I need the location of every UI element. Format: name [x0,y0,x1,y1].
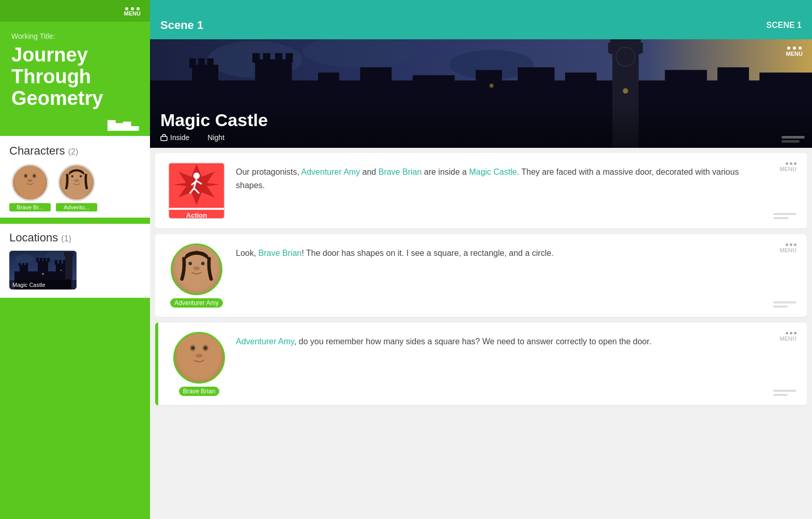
svg-point-84 [196,354,202,358]
svg-point-5 [24,175,27,177]
scene-item-1: Action Our protagonists, Adventurer Amy … [155,153,807,229]
svg-rect-56 [413,75,455,101]
svg-rect-55 [360,67,392,101]
scene-content[interactable]: MENU Magic Castle Inside Night [150,39,812,519]
svg-point-11 [71,175,73,178]
svg-point-16 [16,254,34,263]
svg-rect-22 [26,263,28,266]
scene-header: Scene 1 SCENE 1 [150,11,812,39]
svg-point-76 [201,262,205,265]
green-bar [155,323,158,405]
banner-menu-button[interactable]: MENU [786,47,803,57]
character-item-brian[interactable]: Brave Br... [9,164,51,211]
svg-rect-43 [198,58,204,68]
svg-rect-19 [20,265,28,276]
item-2-menu-label: MENU [780,247,796,253]
svg-rect-58 [518,67,554,101]
svg-rect-26 [43,258,46,262]
avatar-brian [11,164,49,201]
svg-rect-32 [65,253,72,279]
scene-title: Scene 1 [160,19,203,32]
svg-rect-44 [207,58,214,68]
scene-item-2-left: Adventurer Amy [166,243,228,308]
scene-item-2-menu[interactable]: MENU [773,243,796,308]
avatar-brian-scene [173,332,225,384]
scroll-line-5 [773,390,796,392]
svg-rect-47 [263,53,270,63]
scroll-line-4 [773,306,788,308]
svg-rect-25 [40,258,42,262]
sidebar: MENU Working Title: JourneyThroughGeomet… [0,0,150,519]
text-adventurer-amy-1: Adventurer Amy [301,167,360,176]
main-area: Scene 1 SCENE 1 [150,0,812,519]
scene-item-2: Adventurer Amy Look, Brave Brian! The do… [155,234,807,317]
svg-point-79 [187,339,210,362]
location-tag-night: Night [198,133,224,142]
svg-rect-27 [47,258,50,262]
text-magic-castle-1: Magic Castle [469,167,517,176]
location-banner-title: Magic Castle [160,110,802,130]
svg-point-7 [27,179,32,182]
location-banner: MENU Magic Castle Inside Night [150,39,812,148]
scene-item-1-menu[interactable]: MENU [773,162,796,219]
svg-point-34 [42,273,44,275]
scene-item-1-left: Action [166,162,228,219]
svg-rect-54 [318,72,339,101]
locations-section: Locations (1) [0,224,150,298]
svg-rect-41 [192,65,218,96]
character-name-brian: Brave Br... [9,203,51,211]
svg-rect-48 [275,53,282,63]
location-item-castle[interactable]: Magic Castle [9,251,77,289]
chart-icon: ▇▅▆▃ [0,118,150,136]
svg-rect-49 [285,53,293,63]
svg-point-13 [74,179,79,182]
sidebar-header: MENU [0,0,150,22]
svg-point-14 [67,188,86,201]
sidebar-title-area: Working Title: JourneyThroughGeometry [0,22,150,118]
characters-title: Characters (2) [9,144,141,158]
top-bar [150,0,812,11]
text-brave-brian-1: Brave Brian [379,167,422,176]
text-brave-brian-2: Brave Brian [259,249,302,257]
svg-rect-29 [55,260,57,265]
locations-title: Locations (1) [9,231,141,245]
svg-marker-66 [173,164,220,205]
action-label: Action [169,210,224,220]
svg-point-67 [193,173,200,179]
svg-point-53 [616,48,635,67]
svg-rect-33 [64,252,73,256]
svg-point-6 [33,175,36,177]
sidebar-menu-label: MENU [124,10,141,17]
characters-section: Characters (2) [0,136,150,218]
character-name-amy-scene: Adventurer Amy [170,298,222,308]
scroll-line-3 [773,301,796,303]
svg-point-35 [61,270,62,271]
svg-rect-57 [476,70,502,101]
character-name-brian-scene: Brave Brian [179,387,220,396]
location-banner-overlay: Magic Castle Inside Night [150,102,812,148]
location-banner-tags: Inside Night [160,133,802,142]
svg-point-75 [188,262,192,265]
svg-rect-60 [665,70,707,101]
character-item-amy[interactable]: Adventu... [56,164,97,211]
text-adventurer-amy-3: Adventurer Amy [236,337,294,346]
scene-label-right: SCENE 1 [766,21,802,30]
scroll-line-6 [773,394,788,396]
item-1-menu-label: MENU [780,166,796,172]
scroll-line-1 [773,213,796,215]
svg-point-82 [191,346,194,350]
svg-point-64 [489,84,493,88]
action-card[interactable]: Action [168,162,225,219]
svg-rect-59 [565,72,597,101]
svg-rect-30 [59,260,62,265]
svg-point-63 [623,88,628,94]
banner-menu-label: MENU [786,51,803,57]
scene-item-3-menu[interactable]: MENU [773,332,796,396]
location-thumbnail: Magic Castle [9,251,77,289]
scene-item-3-text: Adventurer Amy, do you remember how many… [236,332,765,396]
sidebar-menu-button[interactable]: MENU [124,7,141,17]
avatar-amy [58,164,95,201]
svg-rect-20 [19,263,21,266]
svg-rect-24 [36,258,39,262]
scroll-line-2 [773,217,789,219]
